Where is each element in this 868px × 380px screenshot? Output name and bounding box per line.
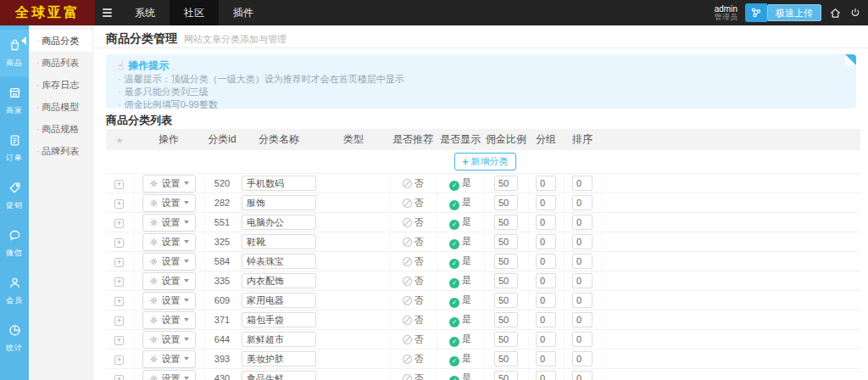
- submenu-item-4[interactable]: ·商品规格: [29, 118, 92, 140]
- sidebar-item-2[interactable]: 订单: [0, 125, 29, 172]
- commission-input[interactable]: [494, 371, 518, 380]
- settings-button[interactable]: 设置: [142, 350, 196, 368]
- sidebar-item-6[interactable]: 统计: [0, 315, 29, 362]
- expand-icon[interactable]: +: [114, 336, 124, 345]
- sort-input[interactable]: [572, 293, 593, 308]
- check-circle-icon[interactable]: ✓: [449, 298, 459, 308]
- group-input[interactable]: [536, 176, 556, 191]
- submenu-item-2[interactable]: ·库存日志: [29, 74, 92, 96]
- power-icon[interactable]: [849, 7, 861, 19]
- commission-input[interactable]: [494, 293, 518, 308]
- commission-input[interactable]: [494, 215, 518, 230]
- slash-circle-icon[interactable]: [403, 335, 412, 344]
- commission-input[interactable]: [494, 312, 518, 327]
- category-name-input[interactable]: [242, 312, 316, 327]
- sort-input[interactable]: [572, 195, 593, 210]
- settings-button[interactable]: 设置: [142, 233, 196, 251]
- check-circle-icon[interactable]: ✓: [449, 356, 459, 366]
- expand-icon[interactable]: +: [114, 316, 124, 326]
- settings-button[interactable]: 设置: [142, 331, 196, 349]
- commission-input[interactable]: [494, 351, 518, 366]
- nav-item-2[interactable]: 插件: [219, 0, 268, 25]
- group-input[interactable]: [536, 234, 556, 249]
- slash-circle-icon[interactable]: [403, 316, 412, 325]
- expand-icon[interactable]: +: [114, 355, 124, 365]
- commission-input[interactable]: [494, 176, 518, 191]
- sidebar-item-3[interactable]: 促销: [0, 172, 29, 220]
- slash-circle-icon[interactable]: [403, 218, 412, 227]
- commission-input[interactable]: [494, 332, 518, 347]
- add-category-button[interactable]: + 新增分类: [454, 153, 515, 170]
- check-circle-icon[interactable]: ✓: [449, 337, 459, 347]
- check-circle-icon[interactable]: ✓: [449, 317, 459, 327]
- category-name-input[interactable]: [242, 215, 316, 230]
- category-name-input[interactable]: [242, 254, 316, 269]
- check-circle-icon[interactable]: ✓: [449, 220, 459, 230]
- category-name-input[interactable]: [242, 371, 316, 380]
- group-input[interactable]: [536, 332, 556, 347]
- commission-input[interactable]: [494, 234, 518, 249]
- expand-icon[interactable]: +: [114, 238, 124, 248]
- check-circle-icon[interactable]: ✓: [449, 259, 459, 269]
- expand-icon[interactable]: +: [114, 258, 124, 267]
- slash-circle-icon[interactable]: [403, 179, 412, 188]
- slash-circle-icon[interactable]: [403, 277, 412, 286]
- group-input[interactable]: [536, 273, 556, 288]
- settings-button[interactable]: 设置: [142, 311, 196, 329]
- check-circle-icon[interactable]: ✓: [449, 278, 459, 288]
- sort-input[interactable]: [572, 332, 593, 347]
- category-name-input[interactable]: [242, 293, 316, 308]
- slash-circle-icon[interactable]: [403, 257, 412, 266]
- nav-item-1[interactable]: 社区: [170, 0, 219, 25]
- menu-toggle-icon[interactable]: [103, 8, 112, 17]
- expand-icon[interactable]: +: [114, 375, 124, 380]
- slash-circle-icon[interactable]: [403, 374, 412, 380]
- submenu-item-1[interactable]: ·商品列表: [29, 52, 92, 74]
- category-name-input[interactable]: [242, 351, 316, 366]
- settings-button[interactable]: 设置: [142, 194, 196, 212]
- slash-circle-icon[interactable]: [403, 296, 412, 305]
- quick-upload-button[interactable]: 极速上传: [767, 4, 821, 21]
- user-info[interactable]: admin 管理员: [715, 4, 737, 22]
- check-circle-icon[interactable]: ✓: [449, 376, 459, 380]
- expand-icon[interactable]: +: [114, 277, 124, 287]
- commission-input[interactable]: [494, 273, 518, 288]
- settings-button[interactable]: 设置: [142, 272, 196, 290]
- sort-input[interactable]: [572, 312, 593, 327]
- group-input[interactable]: [536, 254, 556, 269]
- settings-button[interactable]: 设置: [142, 214, 196, 232]
- settings-button[interactable]: 设置: [142, 253, 196, 271]
- group-input[interactable]: [536, 293, 556, 308]
- group-input[interactable]: [536, 351, 556, 366]
- expand-icon[interactable]: +: [114, 199, 124, 209]
- submenu-item-0[interactable]: ·商品分类: [29, 30, 92, 52]
- expand-icon[interactable]: +: [114, 297, 124, 306]
- sort-input[interactable]: [572, 371, 593, 380]
- category-name-input[interactable]: [242, 195, 316, 210]
- group-input[interactable]: [536, 312, 556, 327]
- commission-input[interactable]: [494, 254, 518, 269]
- submenu-item-5[interactable]: ·品牌列表: [29, 140, 92, 162]
- sort-input[interactable]: [572, 176, 593, 191]
- slash-circle-icon[interactable]: [403, 238, 412, 247]
- category-name-input[interactable]: [242, 332, 316, 347]
- sidebar-item-1[interactable]: 商家: [0, 77, 29, 125]
- sidebar-item-4[interactable]: 微信: [0, 220, 29, 267]
- sort-input[interactable]: [572, 254, 593, 269]
- sidebar-item-5[interactable]: 会员: [0, 267, 29, 315]
- commission-input[interactable]: [494, 195, 518, 210]
- sort-input[interactable]: [572, 215, 593, 230]
- check-circle-icon[interactable]: ✓: [449, 200, 459, 210]
- slash-circle-icon[interactable]: [403, 198, 412, 208]
- check-circle-icon[interactable]: ✓: [449, 181, 459, 191]
- category-name-input[interactable]: [242, 273, 316, 288]
- settings-button[interactable]: 设置: [142, 370, 196, 380]
- expand-icon[interactable]: +: [114, 219, 124, 228]
- home-icon[interactable]: [829, 7, 842, 20]
- slash-circle-icon[interactable]: [403, 355, 412, 364]
- submenu-item-3[interactable]: ·商品模型: [29, 96, 92, 118]
- share-icon[interactable]: [745, 3, 767, 22]
- nav-item-0[interactable]: 系统: [120, 0, 170, 25]
- sort-input[interactable]: [572, 234, 593, 249]
- category-name-input[interactable]: [242, 176, 316, 191]
